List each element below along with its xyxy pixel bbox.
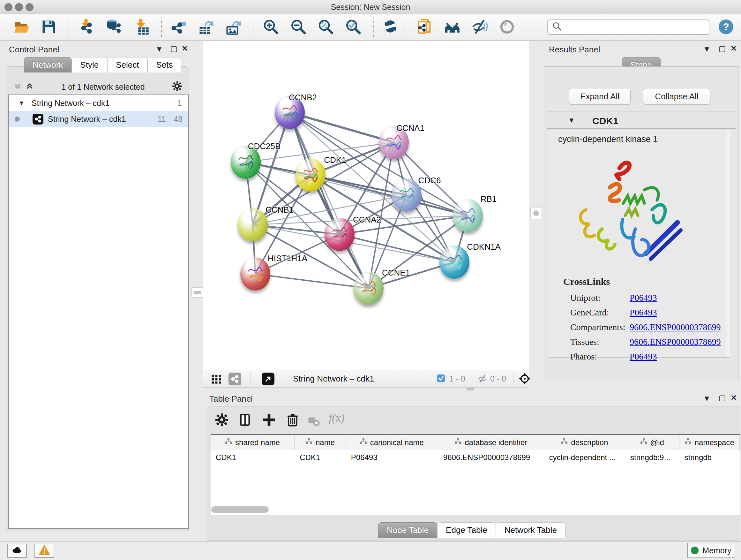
crosslink-value-link[interactable]: P06493 — [630, 352, 657, 362]
zoom-fit-button[interactable] — [316, 18, 336, 37]
column-header-label: canonical name — [370, 438, 424, 447]
table-h-scrollbar[interactable] — [211, 506, 269, 513]
zoom-in-button[interactable] — [261, 18, 281, 37]
column-header-databaseidentifier[interactable]: database identifier — [438, 435, 544, 450]
column-header-description[interactable]: description — [544, 435, 625, 450]
memory-button[interactable]: Memory — [687, 543, 735, 558]
toolbar-separator — [374, 17, 374, 37]
crosslink-label: Tissues: — [570, 337, 599, 347]
tab-style[interactable]: Style — [71, 57, 107, 72]
column-header-canonicalname[interactable]: canonical name — [346, 435, 438, 450]
import-database-button[interactable] — [104, 18, 124, 37]
zoom-selected-button[interactable] — [343, 18, 363, 37]
control-panel-close-icon[interactable]: ✕ — [179, 44, 190, 53]
protein-node-CCNE1[interactable] — [354, 272, 384, 305]
warnings-button[interactable] — [35, 544, 54, 558]
table-panel-close-icon[interactable]: ✕ — [728, 393, 739, 402]
node-table[interactable]: shared namenamecanonical namedatabase id… — [211, 434, 740, 515]
tree-expand-icon[interactable]: ▼ — [18, 100, 24, 107]
import-network-button[interactable] — [77, 18, 96, 37]
detach-view-icon[interactable] — [262, 373, 274, 385]
crosslink-value-link[interactable]: P06493 — [630, 307, 657, 318]
table-panel-collapse-icon[interactable]: ▼ — [701, 394, 712, 403]
expand-all-button[interactable]: Expand All — [569, 88, 630, 105]
export-image-button[interactable] — [223, 18, 243, 37]
open-file-button[interactable] — [11, 18, 31, 37]
selected-checkbox-icon[interactable] — [436, 374, 446, 384]
tab-network-table[interactable]: Network Table — [496, 522, 565, 538]
column-header-namespace[interactable]: namespace — [679, 435, 740, 450]
hide-glass-button[interactable] — [470, 18, 489, 37]
table-cell: P06493 — [346, 450, 438, 464]
string-document-icon — [416, 18, 433, 37]
cloud-button[interactable] — [7, 544, 27, 558]
string-document-button[interactable] — [415, 18, 434, 37]
bottom-splitter-handle[interactable] — [467, 387, 474, 390]
import-table-button[interactable] — [131, 18, 151, 37]
select-columns-icon[interactable] — [238, 413, 252, 428]
search-field[interactable] — [547, 19, 710, 35]
protein-collapse-icon[interactable]: ▼ — [568, 116, 575, 125]
network-edge[interactable] — [290, 112, 394, 142]
column-header-id[interactable]: @id — [625, 435, 679, 450]
collapse-all-button[interactable]: Collapse All — [643, 88, 711, 105]
column-header-label: description — [571, 438, 608, 447]
left-splitter-handle[interactable] — [192, 287, 204, 298]
protein-node-CDC6[interactable] — [392, 179, 421, 212]
crosslink-value-link[interactable]: 9606.ENSP00000378699 — [630, 337, 721, 347]
table-gear-icon[interactable] — [214, 413, 229, 428]
network-canvas[interactable]: CCNB2CCNA1CDC25BCDK1CDC6RB1CCNB1CCNA2HIS… — [203, 41, 529, 370]
show-lens-button[interactable] — [497, 18, 517, 37]
export-network-button[interactable] — [169, 18, 188, 37]
zoom-selected-icon — [345, 18, 361, 37]
open-file-icon — [13, 18, 30, 37]
table-row[interactable]: CDK1CDK1P064939606.ENSP00000378699cyclin… — [211, 450, 740, 464]
results-panel-collapse-icon[interactable]: ▼ — [701, 45, 712, 54]
export-table-button[interactable] — [196, 18, 216, 37]
collapse-all-networks-icon[interactable] — [13, 81, 22, 92]
results-panel-close-icon[interactable]: ✕ — [728, 44, 739, 53]
tab-edge-table[interactable]: Edge Table — [437, 522, 496, 538]
add-column-icon[interactable] — [262, 413, 276, 428]
search-input[interactable] — [562, 22, 709, 32]
save-session-button[interactable] — [39, 18, 59, 37]
birdseye-crosshair-icon[interactable] — [518, 372, 531, 386]
control-panel-collapse-icon[interactable]: ▼ — [154, 45, 165, 54]
zoom-out-button[interactable] — [288, 18, 308, 37]
network-options-gear-icon[interactable] — [172, 81, 183, 93]
protein-node-RB1[interactable] — [453, 199, 483, 232]
tab-select[interactable]: Select — [107, 57, 147, 72]
tab-sets[interactable]: Sets — [147, 57, 181, 72]
delete-table-icon[interactable] — [285, 413, 300, 428]
protein-node-CDKN1A[interactable] — [440, 246, 469, 279]
network-share-icon[interactable] — [228, 373, 241, 385]
protein-node-CDK1[interactable] — [295, 159, 326, 192]
export-table-icon — [198, 18, 214, 37]
column-header-sharedname[interactable]: shared name — [211, 435, 294, 450]
network-tree-row[interactable]: String Network – cdk1 11 48 — [9, 111, 188, 127]
protein-node-HIST1H1A[interactable] — [240, 257, 270, 291]
protein-node-CCNB1[interactable] — [238, 208, 268, 241]
node-label-RB1: RB1 — [481, 194, 497, 204]
crosslink-value-link[interactable]: P06493 — [630, 293, 657, 303]
tab-node-table[interactable]: Node Table — [378, 522, 437, 538]
column-header-name[interactable]: name — [294, 435, 346, 450]
crosslink-value-link[interactable]: 9606.ENSP00000378699 — [630, 322, 721, 332]
network-edge[interactable] — [255, 274, 368, 288]
control-panel-tabs: NetworkStyleSelectSets — [24, 57, 181, 72]
expand-all-networks-icon[interactable] — [25, 81, 35, 92]
help-button[interactable]: ? — [719, 19, 733, 34]
results-panel-float-icon[interactable]: ▢ — [717, 44, 728, 53]
results-scrollbar[interactable] — [726, 130, 730, 357]
table-panel-float-icon[interactable]: ▢ — [717, 393, 728, 402]
control-panel-float-icon[interactable]: ▢ — [169, 44, 179, 53]
string-home-button[interactable] — [442, 18, 462, 37]
refresh-layout-button[interactable] — [381, 18, 400, 37]
tab-network[interactable]: Network — [24, 57, 71, 72]
network-tree-row[interactable]: ▼ String Network – cdk1 1 — [9, 95, 188, 111]
right-splitter-handle[interactable] — [530, 207, 542, 219]
grid-view-icon[interactable] — [211, 373, 222, 386]
protein-structure-image — [571, 148, 693, 276]
hidden-eye-slash-icon[interactable] — [477, 374, 488, 385]
protein-node-CCNA2[interactable] — [325, 218, 354, 251]
